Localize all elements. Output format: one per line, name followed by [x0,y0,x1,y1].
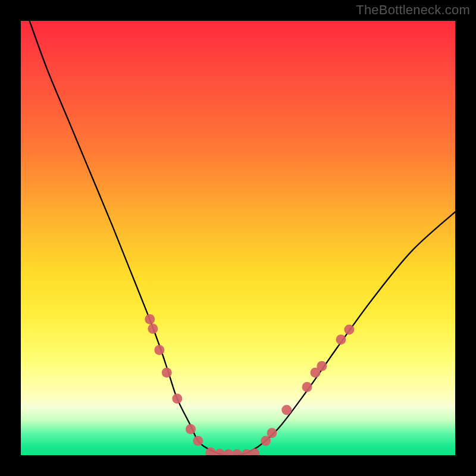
svg-point-8 [215,449,225,455]
watermark-label: TheBottleneck.com [356,2,470,18]
svg-point-9 [223,449,233,455]
figure-canvas: TheBottleneck.com [0,0,476,476]
svg-point-2 [154,345,164,355]
svg-point-18 [317,361,327,371]
svg-point-10 [232,449,242,455]
svg-point-19 [336,334,346,345]
svg-point-16 [302,382,312,392]
svg-point-12 [249,449,259,455]
svg-point-4 [172,394,182,404]
chart-svg [21,21,455,455]
marker-layer [145,314,354,455]
svg-point-6 [193,436,203,446]
svg-point-14 [267,428,277,438]
svg-point-0 [145,314,155,324]
plot-area [21,21,455,455]
svg-point-15 [281,405,292,415]
svg-point-20 [344,325,354,335]
svg-point-3 [162,368,172,378]
bottleneck-curve-path [30,21,455,455]
svg-point-1 [148,324,158,334]
svg-point-5 [186,424,196,434]
